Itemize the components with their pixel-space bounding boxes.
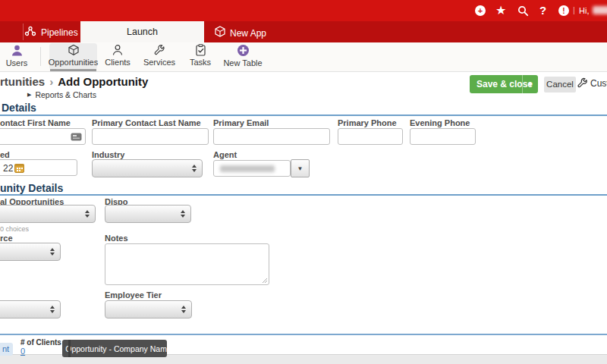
alert-glyph: ! — [562, 7, 565, 15]
topbar-divider: | — [573, 5, 575, 14]
select-spinner-icon — [85, 210, 90, 218]
wrench-icon — [577, 77, 588, 89]
notes-textarea[interactable] — [105, 243, 269, 285]
page-title: Add Opportunity — [58, 75, 148, 88]
agent-dropdown-button[interactable]: ▼ — [291, 159, 310, 177]
evening-phone-field[interactable] — [410, 128, 476, 145]
pipelines-icon — [24, 26, 36, 39]
left-cutoff-select[interactable] — [0, 300, 61, 318]
tooltip-text: Opportunity - Company Name — [65, 344, 171, 353]
section-divider — [0, 194, 607, 196]
tab-pipelines[interactable]: Pipelines — [24, 26, 78, 39]
table-item-label: Tasks — [190, 58, 211, 67]
date-created-label: ed — [0, 150, 10, 159]
table-item-label: New Table — [223, 58, 262, 67]
help-icon[interactable]: ? — [539, 4, 546, 17]
tab-new-app-label: New App — [230, 28, 266, 39]
reports-arrow-icon: ▶ — [27, 92, 31, 98]
favorites-star-icon[interactable]: ★ — [495, 3, 506, 17]
save-close-button[interactable]: Save & close ▾ — [470, 75, 538, 93]
app-window: + ★ ? ! | Hi, Pipelines Launch New App U… — [0, 0, 607, 364]
clients-icon — [112, 44, 124, 56]
table-item-opportunities[interactable]: Opportunities — [49, 44, 97, 69]
select-spinner-icon — [50, 248, 55, 256]
source-label: rce — [0, 234, 13, 243]
clients-count-link[interactable]: 0 — [20, 347, 25, 356]
industry-label: Industry — [92, 150, 124, 159]
users-icon — [11, 44, 24, 57]
select-spinner-icon — [192, 165, 197, 172]
tab-new-app[interactable]: New App — [215, 26, 266, 40]
dispo-select[interactable] — [105, 205, 191, 223]
table-item-tasks[interactable]: Tasks — [187, 44, 214, 69]
last-name-field[interactable] — [92, 128, 209, 145]
table-item-label: Opportunities — [49, 58, 98, 67]
select-spinner-icon — [181, 306, 186, 313]
section-contact-details-title: Details — [2, 102, 36, 114]
table-item-services[interactable]: Services — [142, 44, 177, 69]
first-name-label: ontact First Name — [0, 118, 71, 127]
selected-table-underline — [50, 69, 96, 71]
table-item-label: Users — [6, 58, 28, 67]
add-icon[interactable]: + — [475, 5, 486, 16]
last-name-label: Primary Contact Last Name — [92, 118, 201, 127]
email-field[interactable] — [213, 128, 330, 145]
choices-helper-text: 0 choices — [0, 225, 29, 233]
user-greeting[interactable]: Hi, — [579, 6, 589, 15]
table-item-label: Clients — [105, 58, 131, 67]
phone-label: Primary Phone — [338, 118, 397, 127]
table-item-new-table[interactable]: New Table — [223, 44, 263, 69]
employee-tier-label: Employee Tier — [105, 290, 162, 300]
select-spinner-icon — [50, 306, 55, 313]
alert-icon[interactable]: ! — [558, 5, 569, 16]
agent-field[interactable] — [213, 160, 291, 177]
tasks-icon — [195, 44, 206, 56]
tabbar-separator — [23, 24, 24, 40]
tab-pipelines-label: Pipelines — [41, 27, 78, 38]
date-created-field[interactable]: 22 — [0, 159, 77, 176]
resize-handle-icon[interactable] — [262, 278, 268, 284]
agent-label: Agent — [213, 150, 237, 159]
breadcrumb-separator: › — [49, 75, 53, 88]
customize-button[interactable]: Custo — [577, 77, 607, 89]
notes-label: Notes — [105, 234, 128, 243]
phone-field[interactable] — [338, 128, 403, 145]
source-select[interactable] — [0, 243, 61, 261]
section-divider — [0, 115, 607, 116]
new-app-icon — [215, 26, 225, 40]
cancel-button[interactable]: Cancel — [544, 77, 576, 93]
plus-glyph: + — [478, 6, 483, 15]
date-created-value: 22 — [3, 163, 13, 174]
dropdown-caret-icon: ▼ — [297, 165, 304, 172]
select-spinner-icon — [181, 210, 185, 218]
opportunities-icon — [68, 44, 80, 56]
calendar-icon[interactable] — [14, 163, 24, 173]
reports-charts-link[interactable]: ▶ Reports & Charts — [27, 90, 96, 99]
client-link[interactable]: nt — [0, 343, 13, 356]
table-strip-separator — [40, 47, 41, 66]
search-icon[interactable] — [517, 5, 529, 20]
save-dropdown-caret-icon[interactable]: ▾ — [522, 75, 538, 93]
first-name-field[interactable] — [0, 128, 86, 145]
tooltip-notch — [68, 340, 71, 357]
breadcrumb: rtunities › Add Opportunity — [0, 75, 148, 88]
table-item-users[interactable]: Users — [2, 44, 32, 69]
tab-launch[interactable]: Launch — [80, 21, 204, 42]
tab-launch-label: Launch — [127, 27, 158, 37]
employee-tier-select[interactable] — [105, 300, 192, 318]
user-name-redacted — [593, 6, 607, 14]
breadcrumb-parent[interactable]: rtunities — [0, 75, 45, 88]
evening-phone-label: Evening Phone — [410, 118, 470, 127]
section-divider — [0, 334, 607, 335]
industry-select[interactable] — [92, 159, 203, 177]
field-tooltip: Opportunity - Company Name — [62, 340, 167, 357]
new-table-plus-icon — [237, 44, 250, 57]
table-item-clients[interactable]: Clients — [102, 44, 133, 69]
agent-value-redacted — [220, 165, 275, 172]
top-bar — [0, 0, 607, 21]
email-label: Primary Email — [213, 118, 269, 127]
additional-opportunities-select[interactable] — [0, 205, 96, 223]
section-opportunity-details-title: unity Details — [0, 182, 63, 194]
table-item-label: Services — [143, 58, 175, 67]
customize-label: Custo — [590, 78, 607, 89]
